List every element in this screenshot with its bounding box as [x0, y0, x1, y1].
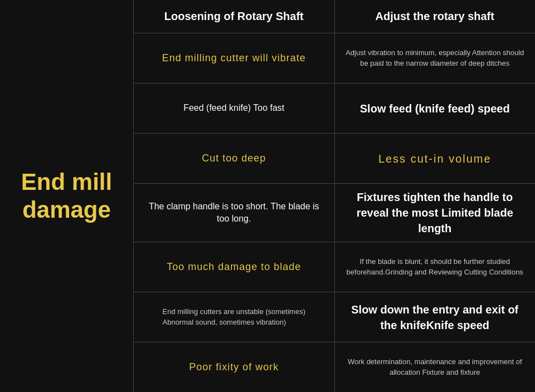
header-col2: Adjust the rotary shaft — [335, 0, 536, 33]
cell-left-4: Too much damage to blade — [134, 242, 335, 292]
cell-right-4: If the blade is blunt, it should be furt… — [335, 242, 536, 292]
table-row: End milling cutter will vibrateAdjust vi… — [134, 33, 535, 84]
cell-right-2: Less cut-in volume — [335, 134, 536, 183]
main-title: End mill damage — [0, 168, 133, 224]
cell-left-2: Cut too deep — [134, 134, 335, 183]
right-panel: Loosening of Rotary Shaft Adjust the rot… — [134, 0, 535, 392]
table-row: End milling cutters are unstable (someti… — [134, 292, 535, 342]
table-row: Cut too deepLess cut-in volume — [134, 134, 535, 184]
page-container: End mill damage Loosening of Rotary Shaf… — [0, 0, 535, 392]
cell-right-6: Work determination, maintenance and impr… — [335, 342, 536, 392]
cell-right-0: Adjust vibration to minimum, especially … — [335, 33, 536, 83]
left-panel: End mill damage — [0, 0, 134, 392]
table-row: Too much damage to bladeIf the blade is … — [134, 242, 535, 292]
cell-right-3: Fixtures tighten the handle to reveal th… — [335, 184, 536, 242]
cell-left-6: Poor fixity of work — [134, 342, 335, 392]
table-row: Feed (feed knife) Too fastSlow feed (kni… — [134, 84, 535, 134]
cell-right-5: Slow down the entry and exit of the knif… — [335, 292, 536, 342]
header-col1: Loosening of Rotary Shaft — [134, 0, 335, 33]
cell-left-1: Feed (feed knife) Too fast — [134, 84, 335, 133]
cell-right-1: Slow feed (knife feed) speed — [335, 84, 536, 133]
cell-left-3: The clamp handle is too short. The blade… — [134, 184, 335, 242]
table-row: The clamp handle is too short. The blade… — [134, 184, 535, 242]
table-body: End milling cutter will vibrateAdjust vi… — [134, 33, 535, 392]
table-row: Poor fixity of workWork determination, m… — [134, 342, 535, 392]
cell-left-5: End milling cutters are unstable (someti… — [134, 292, 335, 342]
header-row: Loosening of Rotary Shaft Adjust the rot… — [134, 0, 535, 33]
cell-left-0: End milling cutter will vibrate — [134, 33, 335, 83]
